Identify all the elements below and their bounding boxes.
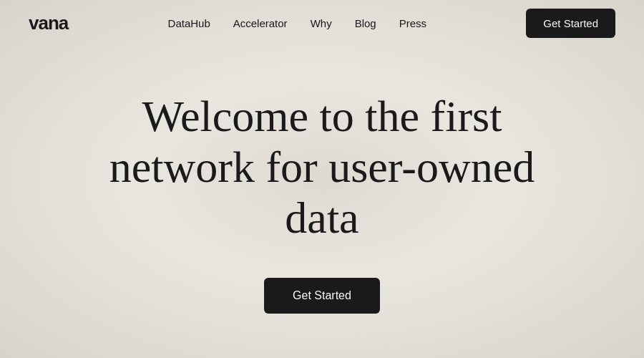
nav-item-press[interactable]: Press — [399, 17, 426, 30]
hero-title: Welcome to the first network for user-ow… — [72, 91, 572, 244]
nav-item-datahub[interactable]: DataHub — [168, 17, 210, 30]
navbar: vana DataHub Accelerator Why Blog Press … — [0, 0, 644, 47]
nav-item-blog[interactable]: Blog — [355, 17, 376, 30]
hero-title-line1: Welcome to the first — [142, 92, 502, 140]
nav-link-why[interactable]: Why — [311, 17, 332, 29]
nav-links: DataHub Accelerator Why Blog Press — [168, 17, 426, 30]
nav-item-why[interactable]: Why — [311, 17, 332, 30]
nav-link-datahub[interactable]: DataHub — [168, 17, 210, 29]
hero-section: Welcome to the first network for user-ow… — [0, 47, 644, 358]
page-background: vana DataHub Accelerator Why Blog Press … — [0, 0, 644, 358]
nav-link-press[interactable]: Press — [399, 17, 426, 29]
nav-link-accelerator[interactable]: Accelerator — [233, 17, 288, 29]
nav-link-blog[interactable]: Blog — [355, 17, 376, 29]
hero-get-started-button[interactable]: Get Started — [264, 278, 380, 314]
hero-title-line2: network for user-owned data — [109, 142, 535, 242]
nav-item-accelerator[interactable]: Accelerator — [233, 17, 288, 30]
logo[interactable]: vana — [29, 12, 68, 34]
nav-get-started-button[interactable]: Get Started — [526, 9, 615, 38]
